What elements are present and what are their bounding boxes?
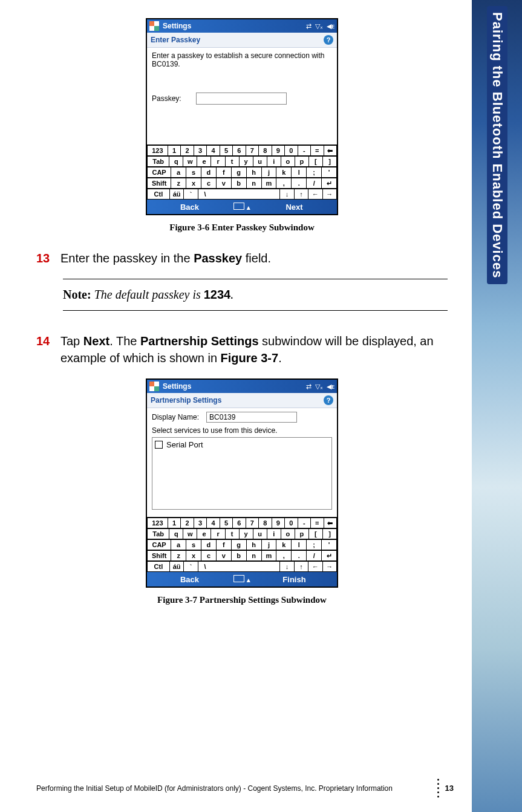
keyboard-key[interactable]: n [246,178,261,189]
keyboard-key[interactable]: h [246,167,261,178]
keyboard-key[interactable]: d [201,167,216,178]
keyboard-key[interactable]: CAP [147,539,171,550]
keyboard-key[interactable] [252,561,266,572]
keyboard-key[interactable]: , [276,550,291,561]
keyboard-key[interactable]: 4 [206,145,219,156]
keyboard-key[interactable] [239,561,252,572]
keyboard-key[interactable]: Ctl [147,561,169,572]
back-button[interactable]: Back [147,575,232,584]
keyboard-key[interactable]: ⬅ [324,145,337,156]
keyboard-key[interactable]: Shift [147,550,171,561]
keyboard-toggle[interactable]: ▴ [232,203,252,212]
keyboard-key[interactable]: p [295,528,308,539]
keyboard-key[interactable]: a [171,539,186,550]
keyboard-key[interactable]: 2 [180,145,193,156]
keyboard-key[interactable]: = [310,518,323,528]
keyboard-key[interactable]: ` [183,561,197,572]
keyboard-key[interactable]: 4 [206,518,219,528]
keyboard-key[interactable]: 0 [284,518,297,528]
keyboard-key[interactable]: e [197,156,210,167]
finish-button[interactable]: Finish [252,575,337,584]
keyboard-key[interactable]: v [216,178,231,189]
keyboard-key[interactable]: r [210,156,224,167]
keyboard-key[interactable]: l [291,167,306,178]
keyboard-key[interactable]: i [267,156,281,167]
keyboard-key[interactable]: áü [169,561,183,572]
keyboard-key[interactable]: / [306,550,321,561]
keyboard-key[interactable]: CAP [147,167,171,178]
keyboard-key[interactable]: m [261,178,276,189]
keyboard-key[interactable] [226,561,239,572]
keyboard-key[interactable]: . [291,550,306,561]
keyboard-key[interactable]: ] [322,528,337,539]
service-item-serial-port[interactable]: Serial Port [155,440,329,449]
keyboard-key[interactable]: ↓ [279,189,293,200]
keyboard-key[interactable] [252,189,266,200]
keyboard-key[interactable] [212,561,225,572]
keyboard-key[interactable]: q [169,156,183,167]
on-screen-keyboard[interactable]: 1231234567890-=⬅ Tabqwertyuiop[] CAPasdf… [147,517,337,572]
keyboard-key[interactable]: u [253,156,267,167]
keyboard-key[interactable]: \ [198,561,212,572]
keyboard-key[interactable]: 5 [220,518,232,528]
keyboard-key[interactable]: j [261,539,276,550]
keyboard-key[interactable]: 9 [272,145,284,156]
keyboard-key[interactable]: a [171,167,186,178]
keyboard-key[interactable]: w [183,528,197,539]
on-screen-keyboard[interactable]: 1231234567890-=⬅ Tabqwertyuiop[] CAPasdf… [147,145,337,200]
keyboard-key[interactable] [239,189,252,200]
keyboard-key[interactable]: 9 [272,518,284,528]
keyboard-key[interactable]: / [306,178,321,189]
passkey-input[interactable] [196,93,287,105]
back-button[interactable]: Back [147,203,232,212]
keyboard-key[interactable]: = [310,145,323,156]
keyboard-key[interactable]: - [298,145,310,156]
keyboard-key[interactable]: ← [308,189,322,200]
keyboard-key[interactable]: ; [306,167,321,178]
keyboard-key[interactable]: ↑ [294,189,308,200]
keyboard-key[interactable]: ↑ [294,561,308,572]
keyboard-key[interactable]: h [246,539,261,550]
keyboard-toggle[interactable]: ▴ [232,575,252,584]
keyboard-key[interactable]: o [281,528,295,539]
keyboard-key[interactable]: 123 [147,518,168,528]
keyboard-key[interactable]: t [225,156,239,167]
keyboard-key[interactable]: c [201,550,216,561]
keyboard-key[interactable]: s [186,539,201,550]
keyboard-key[interactable]: ` [183,189,197,200]
keyboard-key[interactable]: 8 [258,518,271,528]
keyboard-key[interactable]: z [171,550,186,561]
keyboard-key[interactable]: m [261,550,276,561]
help-icon[interactable]: ? [324,395,333,405]
keyboard-key[interactable]: ↵ [321,178,337,189]
keyboard-key[interactable]: b [231,550,246,561]
keyboard-key[interactable]: 6 [232,145,245,156]
keyboard-key[interactable]: 7 [246,518,258,528]
keyboard-key[interactable]: n [246,550,261,561]
keyboard-key[interactable]: u [253,528,267,539]
keyboard-key[interactable]: 0 [284,145,297,156]
keyboard-key[interactable]: x [186,550,201,561]
keyboard-key[interactable]: e [197,528,210,539]
help-icon[interactable]: ? [324,35,333,45]
keyboard-key[interactable]: ↓ [279,561,293,572]
keyboard-key[interactable]: → [322,189,337,200]
keyboard-key[interactable]: s [186,167,201,178]
keyboard-key[interactable]: Ctl [147,189,169,200]
checkbox-icon[interactable] [155,441,163,449]
keyboard-key[interactable]: b [231,178,246,189]
keyboard-key[interactable]: ← [308,561,322,572]
keyboard-key[interactable]: 8 [258,145,271,156]
next-button[interactable]: Next [252,203,337,212]
keyboard-key[interactable] [212,189,225,200]
keyboard-key[interactable] [266,561,279,572]
keyboard-key[interactable]: → [322,561,337,572]
keyboard-key[interactable]: z [171,178,186,189]
keyboard-key[interactable]: áü [169,189,183,200]
keyboard-key[interactable]: y [239,528,253,539]
keyboard-key[interactable]: 6 [232,518,245,528]
keyboard-key[interactable]: l [291,539,306,550]
keyboard-key[interactable]: p [295,156,308,167]
keyboard-key[interactable]: 1 [168,145,180,156]
keyboard-key[interactable]: Shift [147,178,171,189]
